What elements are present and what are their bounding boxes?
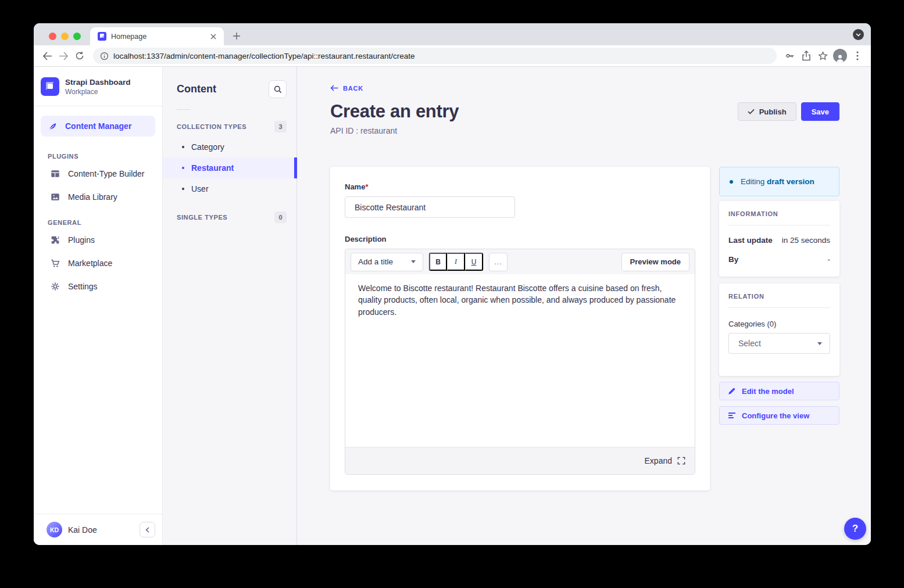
password-key-icon[interactable] <box>782 48 798 63</box>
sidebar-item-label: Settings <box>68 282 98 291</box>
url-bar[interactable]: localhost:1337/admin/content-manager/col… <box>93 48 777 64</box>
workspace-title: Strapi Dashboard <box>65 78 131 87</box>
subnav-item-category[interactable]: Category <box>163 137 296 157</box>
required-mark: * <box>365 182 368 191</box>
strapi-logo <box>41 77 59 96</box>
text-style-group: B I U <box>428 252 484 271</box>
by-row: By - <box>728 255 830 264</box>
subnav-item-label: Restaurant <box>191 163 234 173</box>
back-nav-icon[interactable] <box>40 48 55 63</box>
bookmark-star-icon[interactable] <box>815 48 830 63</box>
categories-select[interactable]: Select <box>728 333 830 354</box>
chevron-down-icon <box>817 342 822 345</box>
cart-icon <box>50 258 60 268</box>
sidebar-item-label: Content Manager <box>65 121 131 131</box>
edit-model-button[interactable]: Edit the model <box>719 382 839 400</box>
name-input[interactable] <box>345 196 515 218</box>
workspace-subtitle: Workplace <box>65 88 131 96</box>
chrome-menu-icon[interactable] <box>850 48 865 63</box>
reload-icon[interactable] <box>72 48 87 63</box>
description-editor: Add a title B I U ... <box>345 249 695 475</box>
bold-button[interactable]: B <box>429 253 447 271</box>
name-field-label: Name* <box>345 182 368 191</box>
editor-toolbar: Add a title B I U ... <box>345 249 695 274</box>
status-dot-icon <box>730 180 733 184</box>
content-subnav: Content COLLECTION TYPES 3 Category Res <box>163 67 297 545</box>
more-options-button[interactable]: ... <box>489 253 508 271</box>
tab-title: Homepage <box>111 33 204 41</box>
bullet-icon <box>182 188 184 190</box>
relation-header: RELATION <box>728 293 830 300</box>
zoom-window-button[interactable] <box>73 33 81 40</box>
relation-card: RELATION Categories (0) Select <box>719 284 839 376</box>
subnav-item-user[interactable]: User <box>163 178 296 199</box>
sidebar-item-marketplace[interactable]: Marketplace <box>34 252 162 275</box>
minimize-window-button[interactable] <box>61 33 69 40</box>
sidebar-item-content-type-builder[interactable]: Content-Type Builder <box>34 162 162 185</box>
information-card: INFORMATION Last update in 25 seconds By… <box>719 201 839 277</box>
draft-version-banner: Editing draft version <box>719 167 839 196</box>
help-button[interactable]: ? <box>844 518 866 540</box>
last-update-row: Last update in 25 seconds <box>728 236 830 245</box>
screenshot-stage: Homepage <box>0 0 904 588</box>
publish-button[interactable]: Publish <box>738 102 796 121</box>
sidebar-item-media-library[interactable]: Media Library <box>34 185 162 209</box>
subnav-title: Content <box>177 83 216 95</box>
configure-view-button[interactable]: Configure the view <box>719 406 839 425</box>
italic-button[interactable]: I <box>447 253 465 271</box>
search-button[interactable] <box>269 80 287 98</box>
add-title-dropdown[interactable]: Add a title <box>351 253 423 271</box>
forward-nav-icon[interactable] <box>56 48 71 63</box>
puzzle-icon <box>50 235 60 245</box>
sidebar-item-label: Media Library <box>68 192 117 202</box>
subnav-item-label: Category <box>191 142 224 152</box>
bullet-icon <box>182 167 184 169</box>
user-name: Kai Doe <box>68 525 134 535</box>
browser-toolbar: localhost:1337/admin/content-manager/col… <box>34 45 871 67</box>
site-info-icon[interactable] <box>100 52 109 60</box>
sidebar-section-general: GENERAL <box>34 209 162 228</box>
categories-field-label: Categories (0) <box>728 320 830 328</box>
main-content: BACK Create an entry Publish Save <box>297 67 871 545</box>
entry-form-card: Name* Description Add a title <box>330 167 710 490</box>
sidebar-item-plugins[interactable]: Plugins <box>34 228 162 252</box>
tab-close-icon[interactable] <box>209 32 218 41</box>
api-id-subtitle: API ID : restaurant <box>330 126 839 135</box>
user-avatar: KD <box>47 522 62 537</box>
sidebar-section-plugins: PLUGINS <box>34 142 162 162</box>
save-button[interactable]: Save <box>801 102 839 121</box>
browser-tab[interactable]: Homepage <box>90 27 224 45</box>
sidebar-item-settings[interactable]: Settings <box>34 275 162 298</box>
subnav-item-restaurant[interactable]: Restaurant <box>163 157 296 178</box>
single-types-header: SINGLE TYPES 0 <box>163 206 296 227</box>
editor-footer: Expand <box>345 447 695 474</box>
filter-lines-icon <box>728 412 736 419</box>
share-icon[interactable] <box>799 48 814 63</box>
back-link[interactable]: BACK <box>330 85 363 92</box>
sidebar-item-label: Plugins <box>68 235 95 245</box>
expand-icon[interactable] <box>677 457 685 465</box>
close-window-button[interactable] <box>49 33 56 40</box>
collapse-sidebar-button[interactable] <box>140 522 155 537</box>
expand-label[interactable]: Expand <box>645 456 672 465</box>
strapi-app: Strapi Dashboard Workplace Content Manag… <box>34 67 871 545</box>
underline-button[interactable]: U <box>465 253 483 271</box>
divider <box>728 225 830 225</box>
check-icon <box>748 109 755 114</box>
layout-builder-icon <box>50 168 60 179</box>
feather-pen-icon <box>48 121 58 131</box>
pencil-icon <box>728 387 736 395</box>
preview-mode-button[interactable]: Preview mode <box>621 253 689 271</box>
sidebar-user-block: KD Kai Doe <box>34 514 162 545</box>
gear-icon <box>50 281 60 292</box>
tab-search-chevron-icon[interactable] <box>853 29 864 40</box>
subnav-item-label: User <box>191 184 209 193</box>
description-textarea[interactable]: Welcome to Biscotte restaurant! Restaura… <box>345 274 695 447</box>
browser-tabstrip: Homepage <box>34 23 871 45</box>
browser-window: Homepage <box>34 23 871 545</box>
chrome-profile-avatar[interactable] <box>833 49 847 63</box>
entry-aside: Editing draft version INFORMATION Last u… <box>719 167 839 425</box>
new-tab-button[interactable] <box>228 28 245 44</box>
sidebar-item-content-manager[interactable]: Content Manager <box>41 116 155 137</box>
collection-types-header: COLLECTION TYPES 3 <box>163 116 296 137</box>
